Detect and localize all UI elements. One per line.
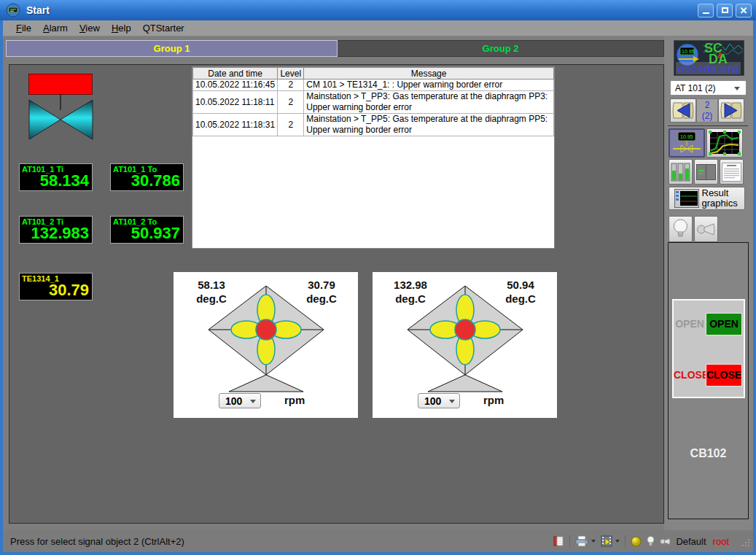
open-close-panel: OPEN OPEN CLOSE CLOSE (672, 299, 745, 398)
document-view-button[interactable] (720, 159, 744, 185)
display-value: 58.134 (40, 172, 89, 190)
menu-qtstarter[interactable]: QTStarter (137, 21, 190, 35)
rpm-select-value: 100 (424, 395, 441, 407)
alarm-datetime: 10.05.2022 11:18:11 (193, 91, 278, 114)
panel-view-button[interactable] (694, 159, 718, 185)
statusbar-icons: Default root (553, 535, 750, 547)
fan-temp-in: 58.13 deg.C (181, 278, 242, 306)
menu-help[interactable]: Help (106, 21, 137, 35)
fan-temp-in-unit: deg.C (196, 292, 227, 305)
horn-button[interactable] (694, 216, 718, 242)
result-graphics-button[interactable]: Result graphics (669, 187, 745, 210)
graph-icon (709, 131, 741, 155)
close-button[interactable]: ✕ (736, 4, 752, 18)
menu-file[interactable]: File (10, 21, 37, 35)
alarm-level: 2 (278, 91, 304, 114)
archive-book-icon[interactable] (553, 535, 564, 547)
export-play-icon[interactable] (601, 535, 612, 547)
alarm-message: CM 101 > TE1314_1: : Upper warning borde… (304, 79, 554, 91)
alarm-table[interactable]: Date and time Level Message 10.05.2022 1… (192, 67, 554, 136)
result-graphics-label: Result graphics (702, 188, 740, 209)
alarm-sound-icon[interactable] (660, 537, 671, 546)
mnemo-icon: 10.95 (671, 131, 702, 155)
minimize-button[interactable] (698, 4, 714, 18)
column-header-message[interactable]: Message (304, 68, 554, 79)
lamp-button[interactable] (669, 216, 693, 242)
fan-temp-out-unit: deg.C (306, 292, 337, 305)
graph-view-button[interactable] (706, 128, 743, 158)
fan-temp-in-unit: deg.C (395, 292, 426, 305)
next-object-button[interactable] (718, 98, 744, 123)
status-message: Press for select signal object 2 (CtrlAl… (10, 536, 553, 547)
tab-group1[interactable]: Group 1 (6, 40, 338, 57)
alarm-lamp-icon[interactable] (647, 536, 655, 547)
print-icon[interactable] (575, 535, 588, 547)
signal-object-select[interactable]: AT 101 (2) (670, 80, 747, 96)
alarm-row[interactable]: 10.05.2022 11:18:31 2 Mainstation > T_PP… (193, 114, 554, 136)
tab-group2[interactable]: Group 2 (338, 40, 664, 57)
close-icon: ✕ (740, 6, 748, 15)
display-value: 132.983 (31, 225, 89, 242)
profile-label[interactable]: Default (676, 536, 706, 547)
display-te1314-1: TE1314_1 30.79 (19, 273, 93, 300)
alarm-level-icon[interactable] (631, 536, 642, 547)
display-at101-1-ti: AT101_1 Ti 58.134 (19, 163, 93, 191)
menu-view[interactable]: View (74, 21, 106, 35)
titlebar[interactable]: Start ✕ (0, 0, 756, 20)
fan-temp-out-value: 30.79 (308, 279, 335, 291)
valve-icon[interactable] (28, 74, 94, 141)
chevron-down-icon (250, 400, 256, 403)
logo-mini-display: 10.95 (682, 49, 695, 54)
export-menu-arrow[interactable] (615, 540, 620, 543)
column-header-level[interactable]: Level (278, 68, 304, 79)
fan-widget-2: 132.98 deg.C 50.94 deg.C 100 rpm (373, 272, 557, 418)
app-icon (6, 3, 20, 18)
print-menu-arrow[interactable] (591, 540, 596, 543)
fan-temp-out: 30.79 deg.C (291, 278, 352, 306)
column-header-datetime[interactable]: Date and time (193, 68, 278, 79)
rpm-select[interactable]: 100 (219, 393, 261, 408)
maximize-button[interactable] (717, 4, 733, 18)
display-value: 30.786 (131, 172, 180, 190)
open-button[interactable]: OPEN (706, 313, 742, 335)
rpm-select-value: 100 (225, 395, 242, 407)
oscada-logo[interactable]: 10.95 SC & DA oscada.org (674, 40, 744, 76)
fan-widget-1: 58.13 deg.C 30.79 deg.C 100 rpm (174, 272, 358, 418)
result-graphics-icon (674, 189, 699, 208)
close-button-actuator[interactable]: CLOSE (706, 364, 742, 387)
level-bars-icon (671, 162, 690, 182)
alarm-row[interactable]: 10.05.2022 11:18:11 2 Mainstation > T_PP… (193, 91, 554, 114)
alarm-table-panel: Date and time Level Message 10.05.2022 1… (192, 66, 555, 249)
separator (625, 535, 626, 547)
maximize-icon (722, 7, 728, 13)
sidebar: 10.95 SC & DA oscada.org AT 101 (2) (664, 36, 753, 530)
lamp-icon (672, 219, 689, 239)
alarm-row[interactable]: 10.05.2022 11:16:45 2 CM 101 > TE1314_1:… (193, 79, 554, 91)
mnemo-view-button[interactable]: 10.95 (669, 128, 705, 158)
alarm-datetime: 10.05.2022 11:16:45 (193, 79, 278, 91)
levels-view-button[interactable] (669, 159, 693, 185)
window-title: Start (26, 4, 50, 16)
app-window: Start ✕ File Alarm View Help QTStarter G… (0, 0, 756, 555)
rpm-select[interactable]: 100 (418, 393, 460, 408)
pager-total: (2) (702, 111, 713, 121)
menu-alarm[interactable]: Alarm (37, 21, 74, 35)
horn-icon (696, 222, 716, 236)
alarm-table-header-row: Date and time Level Message (193, 68, 554, 79)
display-at101-2-ti: AT101_2 Ti 132.983 (19, 216, 93, 244)
signal-object-frame: OPEN OPEN CLOSE CLOSE CB102 (668, 242, 749, 519)
prev-object-button[interactable] (670, 98, 696, 123)
breaker-label: CB102 (669, 447, 748, 460)
resize-grip[interactable] (741, 538, 750, 547)
statusbar: Press for select signal object 2 (CtrlAl… (3, 530, 753, 552)
open-state-label: OPEN (674, 318, 706, 330)
close-state-label: CLOSE (674, 369, 706, 381)
fan-temp-out-unit: deg.C (505, 292, 536, 305)
arrow-right-icon (720, 101, 742, 120)
separator (569, 535, 570, 547)
fan-temp-out: 50.94 deg.C (490, 278, 551, 306)
panel-icon (696, 164, 716, 180)
user-label[interactable]: root (713, 536, 729, 547)
display-value: 30.79 (49, 282, 89, 299)
mnemo-canvas: AT101_1 Ti 58.134 AT101_1 To 30.786 AT10… (9, 64, 664, 524)
